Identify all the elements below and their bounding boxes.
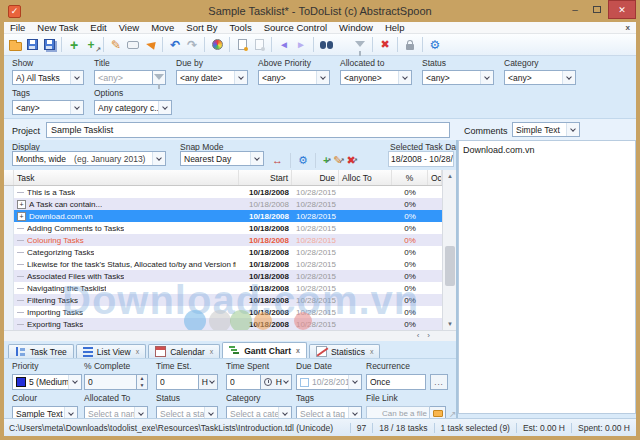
time-est-input[interactable]: 0 H bbox=[156, 374, 218, 390]
edit-task-icon[interactable]: ✎ bbox=[108, 36, 124, 53]
spin-down-icon[interactable]: ▼ bbox=[137, 382, 147, 389]
expand-icon[interactable]: + bbox=[17, 200, 26, 209]
task-row[interactable]: This is a Task10/18/200810/28/20150% bbox=[4, 186, 442, 198]
comments-format-select[interactable]: Simple Text bbox=[512, 122, 580, 137]
tab-task-tree[interactable]: Task Tree bbox=[8, 344, 74, 358]
quickfind[interactable] bbox=[335, 36, 351, 53]
menu-item-file[interactable]: File bbox=[4, 22, 31, 33]
title-filter-input[interactable]: <any> bbox=[94, 70, 166, 85]
spellcheck-icon[interactable] bbox=[142, 36, 158, 53]
time-spent-unit-button[interactable]: H bbox=[260, 375, 291, 389]
delete-task-icon[interactable]: ✖ bbox=[377, 36, 393, 53]
task-row[interactable]: Categorizing Tasks10/18/200810/28/20150% bbox=[4, 246, 442, 258]
title-filter-value[interactable]: <any> bbox=[94, 70, 152, 85]
tab-close-icon[interactable]: x bbox=[210, 348, 214, 355]
project-input[interactable]: Sample Tasklist bbox=[46, 122, 450, 138]
gantt-delete-task-icon[interactable]: ✖↗ bbox=[347, 152, 356, 168]
task-row[interactable]: Filtering Tasks10/18/200810/28/20150% bbox=[4, 294, 442, 306]
menu-item-move[interactable]: Move bbox=[145, 22, 180, 33]
tab-list-view[interactable]: List Viewx bbox=[76, 344, 146, 358]
next-task-icon[interactable]: ► bbox=[293, 36, 309, 53]
column-header-alloc-to[interactable]: Alloc To bbox=[339, 170, 392, 185]
scroll-right-icon[interactable]: › bbox=[427, 331, 430, 341]
recurrence-browse-button[interactable]: ... bbox=[430, 374, 448, 390]
gantt-new-task-icon[interactable]: +↗ bbox=[323, 152, 329, 168]
tab-close-icon[interactable]: x bbox=[296, 347, 300, 354]
undo-icon[interactable]: ↶ bbox=[167, 36, 183, 53]
time-spent-input[interactable]: 0 H bbox=[226, 374, 292, 390]
redo-icon[interactable]: ↷ bbox=[184, 36, 200, 53]
task-grid-hscrollbar[interactable]: ‹› bbox=[4, 330, 456, 341]
maximize-button[interactable] bbox=[586, 0, 608, 19]
column-header-due[interactable]: Due bbox=[292, 170, 339, 185]
snap-mode-select[interactable]: Nearest Day bbox=[180, 151, 264, 166]
task-row[interactable]: Colouring Tasks10/18/200810/28/20150% bbox=[4, 234, 442, 246]
menu-item-view[interactable]: View bbox=[113, 22, 145, 33]
task-notes-icon[interactable] bbox=[125, 36, 141, 53]
pct-complete-spinner[interactable]: ▲▼ bbox=[137, 374, 148, 390]
filter-select-options[interactable]: Any category c... bbox=[94, 100, 172, 115]
priority-select[interactable]: 5 (Medium) bbox=[12, 374, 82, 390]
column-header--[interactable]: % bbox=[392, 170, 428, 185]
gantt-split-bar-icon[interactable]: ↔ bbox=[272, 152, 283, 168]
lock-icon[interactable] bbox=[402, 36, 418, 53]
filter-select-tags[interactable]: <any> bbox=[12, 100, 84, 115]
menu-item-new-task[interactable]: New Task bbox=[31, 22, 84, 33]
menu-item-source-control[interactable]: Source Control bbox=[258, 22, 333, 33]
scroll-left-icon[interactable]: ‹ bbox=[417, 331, 420, 341]
column-header-task[interactable]: Task bbox=[14, 170, 239, 185]
time-est-unit-button[interactable]: H bbox=[198, 375, 217, 389]
save-file-icon[interactable] bbox=[24, 36, 40, 53]
task-row[interactable]: +Download.com.vn10/18/200810/28/20150% bbox=[4, 210, 442, 222]
locate-task-icon[interactable] bbox=[352, 36, 368, 53]
recurrence-input[interactable]: Once bbox=[366, 374, 426, 390]
task-grid-vscrollbar[interactable]: ▲ ▼ bbox=[442, 170, 456, 330]
tab-close-icon[interactable]: x bbox=[370, 348, 374, 355]
menu-item-help[interactable]: Help bbox=[379, 22, 411, 33]
display-select[interactable]: Months, wide (eg. January 2013) bbox=[12, 151, 166, 166]
reminder-set-icon[interactable] bbox=[234, 36, 250, 53]
comments-textarea[interactable]: Download.com.vn bbox=[458, 140, 636, 414]
tab-close-icon[interactable]: x bbox=[136, 348, 140, 355]
expand-icon[interactable]: + bbox=[17, 212, 26, 221]
pct-complete-input[interactable]: 0 bbox=[84, 374, 137, 390]
color-wheel-icon[interactable] bbox=[209, 36, 225, 53]
task-row[interactable]: Navigating the Tasklist10/18/200810/28/2… bbox=[4, 282, 442, 294]
task-row[interactable]: Exporting Tasks10/18/200810/28/20150% bbox=[4, 318, 442, 330]
menu-item-edit[interactable]: Edit bbox=[84, 22, 112, 33]
task-row[interactable]: Associated Files with Tasks10/18/200810/… bbox=[4, 270, 442, 282]
close-button[interactable]: ✕ bbox=[608, 0, 636, 19]
filter-select-above-priority[interactable]: <any> bbox=[258, 70, 330, 85]
tab-statistics[interactable]: Statisticsx bbox=[309, 344, 381, 358]
filter-select-status[interactable]: <any> bbox=[422, 70, 494, 85]
spin-up-icon[interactable]: ▲ bbox=[137, 375, 147, 382]
title-filter-options-button[interactable] bbox=[152, 70, 166, 85]
task-row[interactable]: Adding Comments to Tasks10/18/200810/28/… bbox=[4, 222, 442, 234]
filter-select-show[interactable]: A) All Tasks bbox=[12, 70, 84, 85]
gantt-edit-task-icon[interactable]: ✎↗ bbox=[333, 152, 342, 168]
save-all-icon[interactable] bbox=[41, 36, 57, 53]
tab-calendar[interactable]: Calendarx bbox=[148, 344, 220, 358]
column-header-oct[interactable]: Oct bbox=[428, 170, 442, 185]
column-header-start[interactable]: Start bbox=[239, 170, 292, 185]
menu-item-window[interactable]: Window bbox=[333, 22, 379, 33]
scroll-down-icon[interactable]: ▼ bbox=[443, 318, 457, 330]
filter-select-allocated-to[interactable]: <anyone> bbox=[340, 70, 412, 85]
vscroll-thumb[interactable] bbox=[445, 246, 455, 286]
task-row[interactable]: +A Task can contain...10/18/200810/28/20… bbox=[4, 198, 442, 210]
reminder-clear-icon[interactable] bbox=[251, 36, 267, 53]
menu-item-tools[interactable]: Tools bbox=[224, 22, 258, 33]
gantt-preferences-icon[interactable]: ⚙ bbox=[298, 152, 308, 168]
minimize-button[interactable]: – bbox=[564, 0, 586, 19]
find-tasks-icon[interactable] bbox=[318, 36, 334, 53]
task-row[interactable]: Importing Tasks10/18/200810/28/20150% bbox=[4, 306, 442, 318]
tab-gantt-chart[interactable]: Gantt Chartx bbox=[222, 342, 307, 358]
due-date-picker[interactable]: 10/28/2015 bbox=[296, 374, 362, 390]
menu-close-icon[interactable]: x bbox=[626, 23, 630, 32]
filter-select-due-by[interactable]: <any date> bbox=[176, 70, 248, 85]
new-subtask-icon[interactable]: +↗ bbox=[83, 36, 99, 53]
task-row[interactable]: Likewise for the task's Status, Allocate… bbox=[4, 258, 442, 270]
open-file-icon[interactable] bbox=[7, 36, 23, 53]
new-task-icon[interactable]: + bbox=[66, 36, 82, 53]
prev-task-icon[interactable]: ◄ bbox=[276, 36, 292, 53]
